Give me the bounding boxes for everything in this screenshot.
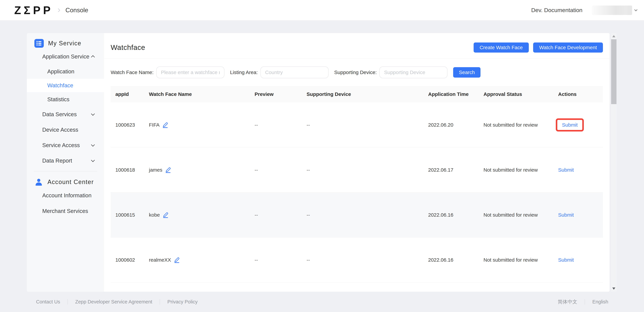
page-footer: Contact Us Zepp Developer Service Agreem… (0, 292, 644, 312)
table-row: 1000623 FIFA -- -- 2022.06.20 Not submit… (111, 102, 603, 147)
cell-time: 2022.06.16 (424, 257, 479, 263)
zepp-console-page: ZΣPP › Console Dev. Documentation My Ser… (0, 0, 644, 312)
cell-device: -- (302, 212, 424, 218)
col-header-name: Watch Face Name (144, 91, 250, 97)
submit-link[interactable]: Submit (558, 212, 574, 218)
chevron-up-icon (91, 55, 95, 59)
chevron-down-icon (91, 112, 95, 116)
scroll-up-arrow-icon[interactable] (612, 35, 615, 37)
item-label: Device Access (42, 127, 78, 133)
action-wrap: Submit (558, 212, 574, 218)
col-header-actions: Actions (554, 91, 603, 97)
cell-device: -- (302, 167, 424, 173)
cell-status: Not submitted for review (479, 167, 554, 173)
item-label: Application Service (42, 53, 90, 60)
submit-link[interactable]: Submit (558, 167, 574, 173)
watch-face-name-input[interactable] (156, 67, 224, 78)
highlight-annotation-box: Submit (556, 118, 584, 131)
sidebar-section-my-service: My Service (27, 38, 104, 49)
sidebar-section-account-center: Account Center (27, 176, 104, 188)
scroll-down-arrow-icon[interactable] (612, 287, 615, 290)
cell-status: Not submitted for review (479, 212, 554, 218)
col-header-appid: appId (111, 91, 144, 97)
cell-actions: Submit (554, 257, 603, 263)
search-button[interactable]: Search (453, 67, 480, 78)
dev-documentation-link[interactable]: Dev. Documentation (531, 7, 582, 14)
watchface-name: james (149, 167, 162, 173)
zepp-logo[interactable]: ZΣPP (14, 5, 53, 16)
cell-appid: 1000615 (111, 212, 144, 218)
account-chevron-down-icon[interactable] (634, 8, 637, 11)
item-label: Application (47, 68, 74, 75)
main-panel: Watchface Create Watch Face Watch Face D… (104, 33, 610, 292)
contact-us-link[interactable]: Contact Us (36, 299, 60, 304)
privacy-policy-link[interactable]: Privacy Policy (167, 299, 198, 304)
section-label: My Service (48, 40, 81, 47)
table-row: 1000618 james -- -- 2022.06.17 Not submi… (111, 147, 603, 193)
watchface-name: kobe (149, 212, 160, 218)
account-name-redacted[interactable] (592, 6, 632, 15)
chevron-down-icon (91, 158, 95, 162)
lang-simplified-chinese[interactable]: 简体中文 (558, 298, 577, 305)
top-header: ZΣPP › Console Dev. Documentation (0, 0, 644, 21)
cell-actions: Submit (554, 212, 603, 218)
cell-device: -- (302, 257, 424, 263)
item-label: Account Information (42, 192, 92, 199)
listing-area-label: Listing Area: (230, 70, 258, 75)
table-row: 1000602 realmeXX -- -- 2022.06.16 Not su… (111, 237, 603, 282)
cell-time: 2022.06.20 (424, 122, 479, 128)
sidebar: My Service Application Service Applicati… (27, 33, 104, 292)
sidebar-item-device-access[interactable]: Device Access (27, 122, 104, 137)
table-header-row: appId Watch Face Name Preview Supporting… (111, 86, 603, 102)
cell-time: 2022.06.17 (424, 167, 479, 173)
sidebar-item-merchant-services[interactable]: Merchant Services (27, 203, 104, 219)
submit-link[interactable]: Submit (558, 257, 574, 263)
item-label: Merchant Services (42, 208, 88, 214)
edit-pencil-icon[interactable] (162, 212, 168, 218)
table-row: 1000615 kobe -- -- 2022.06.16 Not submit… (111, 193, 603, 237)
breadcrumb: Console (66, 7, 88, 14)
col-header-device: Supporting Device (302, 91, 424, 97)
lang-english[interactable]: English (592, 299, 608, 304)
cell-appid: 1000623 (111, 122, 144, 128)
watch-face-development-button[interactable]: Watch Face Development (533, 43, 603, 53)
listing-area-input[interactable] (260, 67, 328, 78)
submit-link[interactable]: Submit (562, 122, 578, 128)
watchface-name: FIFA (149, 122, 160, 128)
item-label: Data Report (42, 158, 72, 164)
service-agreement-link[interactable]: Zepp Developer Service Agreement (75, 299, 152, 304)
item-label: Data Services (42, 111, 77, 117)
cell-preview: -- (250, 212, 302, 218)
scrollbar-track (611, 33, 616, 292)
edit-pencil-icon[interactable] (162, 122, 168, 128)
sidebar-item-data-report[interactable]: Data Report (27, 153, 104, 169)
chevron-down-icon (91, 143, 95, 146)
cell-actions: Submit (554, 167, 603, 173)
sidebar-item-service-access[interactable]: Service Access (27, 137, 104, 153)
cell-name: james (144, 167, 250, 173)
sidebar-item-data-services[interactable]: Data Services (27, 107, 104, 122)
create-watch-face-button[interactable]: Create Watch Face (474, 43, 529, 53)
section-label: Account Center (48, 179, 94, 186)
cell-name: kobe (144, 212, 250, 218)
col-header-preview: Preview (250, 91, 302, 97)
cell-actions: Submit (554, 118, 603, 131)
sidebar-item-statistics[interactable]: Statistics (27, 92, 104, 107)
sidebar-item-account-information[interactable]: Account Information (27, 188, 104, 203)
breadcrumb-chevron-icon: › (58, 5, 60, 14)
cell-appid: 1000602 (111, 257, 144, 263)
edit-pencil-icon[interactable] (165, 167, 171, 173)
footer-divider (68, 299, 68, 304)
page-title: Watchface (111, 44, 145, 52)
supporting-device-input[interactable] (379, 67, 448, 78)
sidebar-item-application[interactable]: Application (27, 64, 104, 79)
content-card: My Service Application Service Applicati… (27, 33, 610, 292)
sidebar-item-watchface[interactable]: Watchface (27, 79, 104, 92)
footer-divider (160, 299, 160, 304)
cell-time: 2022.06.16 (424, 212, 479, 218)
edit-pencil-icon[interactable] (174, 257, 180, 263)
cell-status: Not submitted for review (479, 122, 554, 128)
scrollbar-thumb[interactable] (611, 39, 616, 104)
sidebar-item-application-service[interactable]: Application Service (27, 49, 104, 64)
watchface-name: realmeXX (149, 257, 171, 263)
